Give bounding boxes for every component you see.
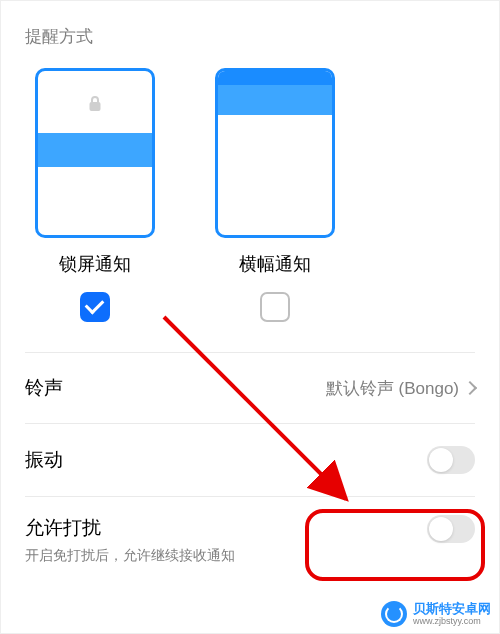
option-lockscreen-label: 锁屏通知 — [59, 252, 131, 276]
option-lockscreen-checkbox[interactable] — [80, 292, 110, 322]
option-banner[interactable]: 横幅通知 — [215, 68, 335, 322]
notification-bar — [218, 85, 332, 115]
row-ringtone-value: 默认铃声 (Bongo) — [326, 377, 475, 400]
section-title: 提醒方式 — [25, 25, 475, 48]
row-vibration-label: 振动 — [25, 447, 63, 473]
allow-disturb-toggle[interactable] — [427, 515, 475, 543]
watermark: 贝斯特安卓网 www.zjbstyy.com — [381, 601, 491, 627]
vibration-toggle[interactable] — [427, 446, 475, 474]
svg-rect-0 — [90, 102, 101, 111]
watermark-sub: www.zjbstyy.com — [413, 617, 491, 626]
lock-icon — [88, 95, 102, 113]
notification-bar — [38, 133, 152, 167]
row-allow-disturb-sub: 开启免打扰后，允许继续接收通知 — [25, 547, 427, 565]
row-ringtone-label: 铃声 — [25, 375, 63, 401]
chevron-right-icon — [463, 381, 477, 395]
watermark-logo-icon — [381, 601, 407, 627]
notification-style-options: 锁屏通知 横幅通知 — [25, 68, 475, 322]
lockscreen-preview — [35, 68, 155, 238]
status-bar — [218, 71, 332, 85]
row-vibration[interactable]: 振动 — [25, 423, 475, 496]
row-allow-disturb[interactable]: 允许打扰 开启免打扰后，允许继续接收通知 — [25, 496, 475, 587]
option-banner-label: 横幅通知 — [239, 252, 311, 276]
row-allow-disturb-label: 允许打扰 — [25, 515, 427, 541]
ringtone-value-text: 默认铃声 (Bongo) — [326, 377, 459, 400]
banner-preview — [215, 68, 335, 238]
option-banner-checkbox[interactable] — [260, 292, 290, 322]
option-lockscreen[interactable]: 锁屏通知 — [35, 68, 155, 322]
watermark-main: 贝斯特安卓网 — [413, 602, 491, 615]
row-ringtone[interactable]: 铃声 默认铃声 (Bongo) — [25, 352, 475, 423]
